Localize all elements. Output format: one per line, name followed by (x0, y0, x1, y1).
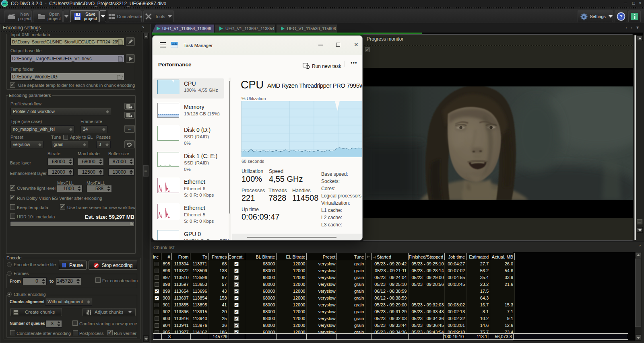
svg-text:?: ? (619, 14, 623, 20)
